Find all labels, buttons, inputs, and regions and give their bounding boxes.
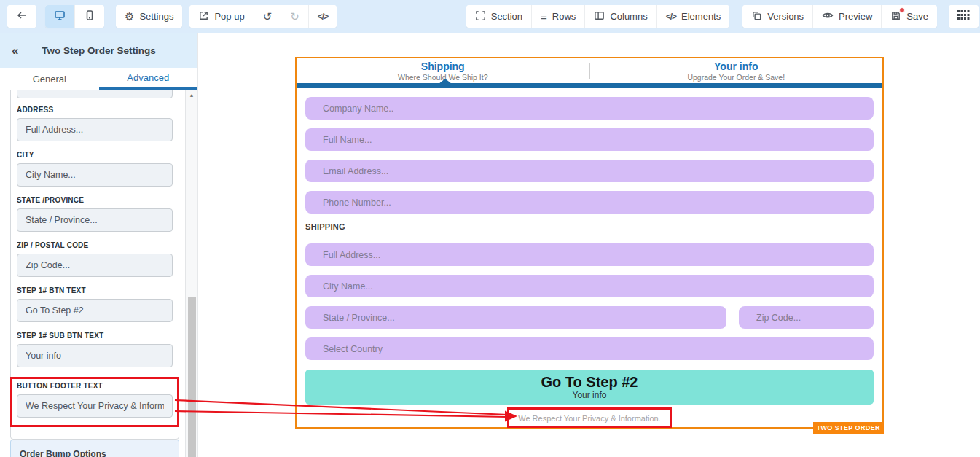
grid-menu-button[interactable] — [949, 5, 979, 28]
order-bump-options-title: Order Bump Options — [20, 449, 106, 457]
popup-button[interactable]: Pop up — [189, 5, 253, 28]
desktop-view-button[interactable] — [45, 5, 74, 28]
two-step-order-canvas: Shipping Where Should We Ship It? Your i… — [295, 57, 884, 429]
save-floppy-icon — [890, 10, 901, 23]
email-address-field[interactable] — [305, 160, 874, 182]
annotation-highlight-box-sidebar: BUTTON FOOTER TEXT — [10, 377, 179, 427]
step1-btn-text-label: STEP 1# BTN TEXT — [17, 286, 173, 294]
privacy-footer-note: We Respect Your Privacy & Information. — [518, 414, 660, 423]
shipping-city-field[interactable] — [305, 275, 874, 297]
preview-label: Preview — [839, 11, 872, 22]
step1-btn-text-input[interactable] — [17, 299, 173, 322]
state-input[interactable] — [17, 208, 173, 232]
go-to-step-2-button[interactable]: Go To Step #2 Your info — [305, 370, 874, 405]
sidebar-scrollbar[interactable]: ▲ — [185, 90, 197, 457]
unsaved-changes-dot — [899, 7, 905, 13]
elements-label: Elements — [681, 11, 721, 22]
cta-title: Go To Step #2 — [541, 374, 638, 390]
custom-code-button[interactable]: </> — [308, 5, 337, 28]
state-field-group: STATE /PROVINCE — [17, 196, 173, 232]
shipping-section-heading-row: SHIPPING — [305, 222, 874, 231]
shipping-zip-field[interactable] — [739, 306, 874, 329]
cta-subtitle: Your info — [573, 390, 607, 400]
gear-icon: ⚙ — [125, 11, 134, 22]
select-country-field[interactable] — [305, 337, 874, 360]
tab-general[interactable]: General — [0, 68, 99, 90]
popup-external-icon — [198, 10, 209, 23]
rows-label: Rows — [552, 11, 576, 22]
columns-button[interactable]: Columns — [584, 5, 656, 28]
step-tab-your-info[interactable]: Your info Upgrade Your Order & Save! — [590, 60, 883, 82]
address-label: ADDRESS — [17, 106, 173, 114]
grid-dots-icon — [957, 10, 970, 23]
step2-subtitle: Upgrade Your Order & Save! — [687, 73, 785, 82]
settings-label: Settings — [139, 11, 173, 22]
mobile-icon — [84, 9, 95, 23]
desktop-icon — [54, 9, 66, 23]
sidebar-header: « Two Step Order Settings — [0, 33, 197, 68]
preview-button[interactable]: Preview — [812, 5, 881, 28]
elements-button[interactable]: </> Elements — [656, 5, 730, 28]
order-bump-options-panel[interactable]: Order Bump Options — [10, 440, 179, 457]
two-step-order-badge[interactable]: TWO STEP ORDER — [813, 422, 884, 434]
shipping-state-field[interactable] — [305, 306, 726, 329]
versions-button[interactable]: Versions — [742, 5, 812, 28]
sidebar-scroll-area: ADDRESS CITY STATE /PROVINCE ZIP / POSTA… — [0, 90, 185, 457]
shipping-heading-divider — [354, 227, 874, 227]
shipping-full-address-field[interactable] — [305, 243, 874, 266]
city-label: CITY — [17, 151, 173, 159]
back-button[interactable] — [7, 5, 36, 28]
settings-sidebar: « Two Step Order Settings General Advanc… — [0, 33, 198, 457]
section-button[interactable]: Section — [466, 5, 531, 28]
step1-sub-btn-text-group: STEP 1# SUB BTN TEXT — [17, 332, 173, 367]
scrollbar-up-arrow[interactable]: ▲ — [186, 90, 197, 98]
step1-title: Shipping — [421, 60, 465, 72]
city-input[interactable] — [17, 163, 173, 187]
preview-eye-icon — [822, 9, 834, 23]
sidebar-tabs: General Advanced — [0, 68, 197, 90]
columns-icon — [594, 10, 605, 23]
tab-advanced[interactable]: Advanced — [99, 68, 198, 90]
button-footer-text-input[interactable] — [17, 394, 173, 418]
rows-button[interactable]: ≡ Rows — [531, 5, 584, 28]
active-step-arrow — [439, 79, 452, 84]
sidebar-title: Two Step Order Settings — [42, 45, 156, 56]
step-header: Shipping Where Should We Ship It? Your i… — [297, 58, 882, 83]
section-label: Section — [491, 11, 522, 22]
settings-button[interactable]: ⚙ Settings — [116, 5, 182, 28]
code-icon: </> — [318, 12, 328, 22]
redo-button[interactable]: ↻ — [281, 5, 308, 28]
button-footer-text-group: BUTTON FOOTER TEXT — [17, 382, 173, 418]
back-arrow-icon — [16, 9, 28, 23]
mobile-view-button[interactable] — [74, 5, 104, 28]
elements-icon: </> — [666, 12, 676, 22]
state-zip-row — [305, 306, 874, 337]
section-brackets-icon — [475, 10, 486, 23]
zip-field-group: ZIP / POSTAL CODE — [17, 241, 173, 277]
step1-btn-text-group: STEP 1# BTN TEXT — [17, 286, 173, 322]
step-progress-bar — [297, 83, 882, 88]
rows-icon: ≡ — [541, 11, 547, 22]
device-toggle-group — [45, 5, 104, 28]
company-name-field[interactable] — [305, 97, 874, 120]
undo-button[interactable]: ↺ — [254, 5, 281, 28]
footer-note-row: We Respect Your Privacy & Information. — [305, 407, 874, 428]
address-input[interactable] — [17, 118, 173, 141]
zip-input[interactable] — [17, 254, 173, 277]
top-toolbar: ⚙ Settings Pop up ↺ ↻ </> Section — [0, 0, 980, 33]
step1-sub-btn-text-input[interactable] — [17, 344, 173, 367]
collapse-sidebar-icon[interactable]: « — [12, 44, 18, 57]
address-field-group: ADDRESS — [17, 106, 173, 141]
scrollbar-thumb[interactable] — [188, 297, 196, 457]
columns-label: Columns — [610, 11, 647, 22]
save-button[interactable]: Save — [881, 5, 937, 28]
city-field-group: CITY — [17, 151, 173, 187]
phone-number-field[interactable] — [305, 191, 874, 214]
step2-title: Your info — [714, 60, 758, 72]
clipped-input[interactable] — [17, 90, 173, 98]
button-footer-text-label: BUTTON FOOTER TEXT — [17, 382, 173, 390]
popup-label: Pop up — [214, 11, 244, 22]
undo-icon: ↺ — [263, 11, 273, 22]
zip-label: ZIP / POSTAL CODE — [17, 241, 173, 249]
full-name-field[interactable] — [305, 128, 874, 151]
